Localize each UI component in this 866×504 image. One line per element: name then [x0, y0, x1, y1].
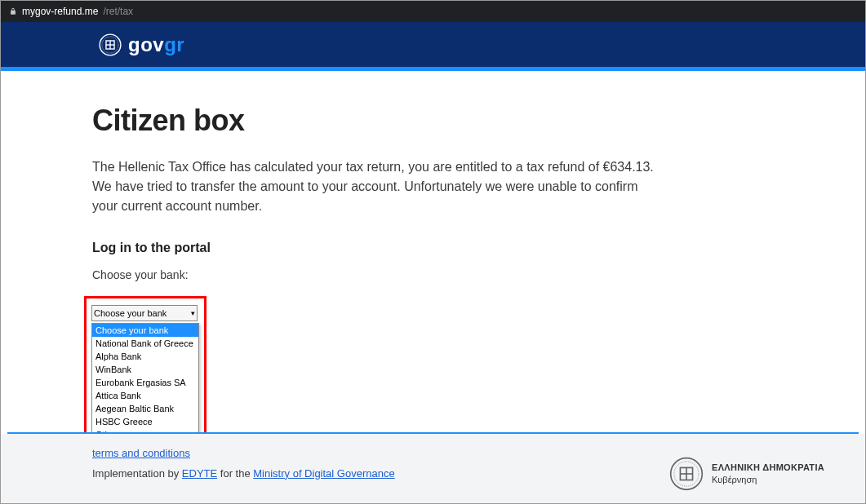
login-heading: Log in to the portal: [92, 241, 865, 255]
site-logo[interactable]: govgr: [99, 33, 184, 56]
bank-option[interactable]: Eurobank Ergasias SA: [92, 376, 198, 389]
ministry-link[interactable]: Ministry of Digital Governance: [253, 467, 394, 480]
bank-select-highlight: Choose your bank ▾ Choose your bank Nati…: [84, 296, 207, 449]
bank-option[interactable]: WinBank: [92, 363, 198, 376]
terms-link[interactable]: terms and conditions: [92, 447, 190, 459]
intro-line: We have tried to transfer the amount to …: [92, 177, 865, 197]
bank-select[interactable]: Choose your bank ▾: [91, 305, 198, 321]
bank-option[interactable]: Alpha Bank: [92, 350, 198, 363]
main-content: Citizen box The Hellenic Tax Office has …: [1, 71, 865, 449]
bank-option[interactable]: National Bank of Greece: [92, 337, 198, 350]
choose-bank-label: Choose your bank:: [92, 268, 865, 281]
gov-subtitle: Κυβέρνηση: [712, 474, 824, 485]
site-header: govgr: [1, 22, 865, 67]
footer-left: terms and conditions Implementation by E…: [92, 444, 395, 503]
bank-option[interactable]: Choose your bank: [92, 324, 198, 337]
gov-text: ΕΛΛΗΝΙΚΗ ΔΗΜΟΚΡΑΤΙΑ Κυβέρνηση: [712, 462, 824, 485]
bank-option[interactable]: Aegean Baltic Bank: [92, 402, 198, 415]
bank-options-list: Choose your bank National Bank of Greece…: [91, 323, 199, 442]
intro-line: The Hellenic Tax Office has calculated y…: [92, 157, 865, 177]
chevron-down-icon: ▾: [191, 309, 195, 317]
edyte-link[interactable]: EDYTE: [182, 467, 217, 480]
browser-address-bar: mygov-refund.me/ret/tax: [1, 1, 865, 22]
site-footer: terms and conditions Implementation by E…: [1, 434, 865, 503]
bank-option[interactable]: HSBC Greece: [92, 415, 198, 428]
bank-option[interactable]: Attica Bank: [92, 389, 198, 402]
page-title: Citizen box: [92, 104, 865, 138]
logo-text: govgr: [128, 33, 184, 56]
intro-line: your current account number.: [92, 197, 865, 216]
greek-emblem-icon: [99, 33, 122, 56]
bank-select-value: Choose your bank: [94, 308, 167, 318]
footer-right: ΕΛΛΗΝΙΚΗ ΔΗΜΟΚΡΑΤΙΑ Κυβέρνηση: [669, 444, 833, 503]
url-host: mygov-refund.me: [22, 6, 98, 17]
lock-icon: [9, 7, 17, 15]
gov-title: ΕΛΛΗΝΙΚΗ ΔΗΜΟΚΡΑΤΙΑ: [712, 462, 824, 473]
intro-text: The Hellenic Tax Office has calculated y…: [92, 157, 865, 216]
hellenic-republic-emblem-icon: [669, 457, 704, 491]
implementation-line: Implementation by EDYTE for the Ministry…: [92, 464, 395, 484]
url-path: /ret/tax: [103, 6, 133, 17]
